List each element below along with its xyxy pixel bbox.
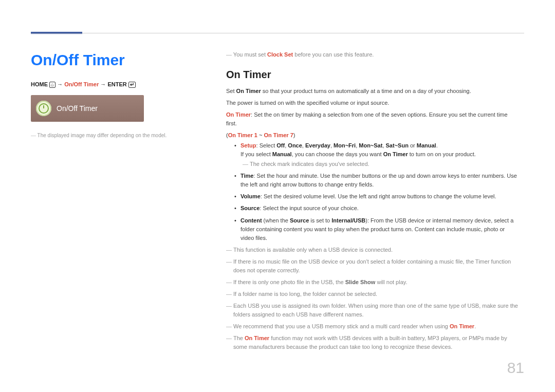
opt-time: Time: Set the hour and minute. Use the n… [234, 172, 519, 189]
cwa: (when the [262, 217, 290, 223]
n7b: function may not work with USB devices w… [233, 335, 507, 350]
content-internal: Internal/USB [331, 217, 365, 223]
timer-icon-inner [39, 103, 49, 114]
p-end: . [436, 142, 438, 148]
time-text: : Set the hour and minute. Use the numbe… [240, 173, 517, 188]
options-list: Setup: Select Off, Once, Everyday, Mon~F… [226, 141, 519, 242]
volume-label: Volume [240, 193, 261, 199]
n1: This function is available only when a U… [226, 246, 519, 254]
setup-sub: The check mark indicates days you've sel… [243, 160, 519, 169]
source-label: Source [240, 205, 260, 211]
p2: The power is turned on with the specifie… [226, 99, 519, 107]
p1-emph: On Timer [236, 88, 261, 94]
n7-emph: On Timer [245, 335, 269, 341]
range-mid: ~ [257, 132, 264, 138]
volume-text: : Set the desired volume level. Use the … [261, 193, 496, 199]
n3: If there is only one photo file in the U… [226, 278, 519, 287]
p3-text: : Set the on timer by making a selection… [226, 111, 508, 126]
manual-page: On/Off Timer HOME ⌂ → On/Off Timer → ENT… [0, 0, 555, 392]
thumbnail-label: On/Off Timer [57, 104, 98, 113]
n6a: We recommend that you use a USB memory s… [233, 323, 450, 329]
section-title: On Timer [226, 69, 519, 81]
usb-notes: This function is available only when a U… [226, 246, 519, 351]
opt-once: Once [288, 142, 302, 148]
opt-off: Off [276, 142, 285, 148]
setup-label: Setup [240, 142, 256, 148]
n3-emph: Slide Show [345, 279, 376, 285]
home-icon: ⌂ [49, 82, 55, 88]
p1-a: Set [226, 88, 236, 94]
sl2a: If you select [240, 151, 272, 157]
bc-enter: ENTER [107, 81, 126, 87]
n6: We recommend that you use a USB memory s… [226, 322, 519, 331]
note-emph: Clock Set [267, 51, 293, 58]
n2: If there is no music file on the USB dev… [226, 257, 519, 275]
bc-home: HOME [31, 81, 48, 87]
note-text-a: You must set [233, 51, 267, 58]
p1-b: so that your product turns on automatica… [261, 88, 471, 94]
opt-setup: Setup: Select Off, Once, Everyday, Mon~F… [234, 141, 519, 169]
content-label: Content [240, 217, 262, 223]
opt-monfri: Mon~Fri [334, 142, 356, 148]
right-column: You must set Clock Set before you can us… [226, 51, 524, 354]
setup-sel: : Select [256, 142, 277, 148]
n7: The On Timer function may not work with … [226, 334, 519, 351]
n6-emph: On Timer [450, 323, 474, 329]
top-rule [31, 33, 524, 33]
bc-arrow1: → [57, 81, 63, 87]
n7a: The [233, 335, 245, 341]
timer-range: (On Timer 1 ~ On Timer 7) [226, 132, 519, 138]
opt-every: Everyday [305, 142, 330, 148]
n6b: . [474, 323, 476, 329]
content-columns: On/Off Timer HOME ⌂ → On/Off Timer → ENT… [31, 51, 524, 354]
bc-path: On/Off Timer [64, 81, 99, 87]
time-label: Time [240, 173, 253, 179]
source-text: : Select the input source of your choice… [260, 205, 359, 211]
timer-icon [36, 101, 51, 116]
opt-satsun: Sat~Sun [386, 142, 409, 148]
model-disclaimer: The displayed image may differ depending… [31, 132, 206, 139]
opt-monsat: Mon~Sat [359, 142, 382, 148]
n4: If a folder name is too long, the folder… [226, 290, 519, 298]
opt-content: Content (when the Source is set to Inter… [234, 216, 519, 242]
bc-arrow2: → [100, 81, 106, 87]
sl2-ontimer: On Timer [383, 151, 408, 157]
page-number: 81 [507, 359, 524, 377]
sl2b: , you can choose the days you want [292, 151, 383, 157]
breadcrumb: HOME ⌂ → On/Off Timer → ENTER ↵ [31, 81, 206, 88]
page-title: On/Off Timer [31, 51, 206, 69]
clockset-note: You must set Clock Set before you can us… [226, 51, 519, 58]
content-src: Source [290, 217, 309, 223]
enter-icon: ↵ [128, 82, 136, 88]
range-b: On Timer 7 [264, 132, 293, 138]
left-column: On/Off Timer HOME ⌂ → On/Off Timer → ENT… [31, 51, 206, 354]
cwb: is set to [309, 217, 331, 223]
menu-thumbnail: On/Off Timer [31, 95, 144, 122]
opt-volume: Volume: Set the desired volume level. Us… [234, 192, 519, 201]
sl2c: to turn on on your product. [408, 151, 476, 157]
opt-manual: Manual [417, 142, 436, 148]
p1: Set On Timer so that your product turns … [226, 87, 519, 96]
n3a: If there is only one photo file in the U… [233, 279, 345, 285]
n5: Each USB you use is assigned its own fol… [226, 302, 519, 319]
n3b: will not play. [375, 279, 407, 285]
sl2-manual: Manual [272, 151, 292, 157]
paren-b: ) [293, 132, 295, 138]
note-text-b: before you can use this feature. [293, 51, 374, 58]
opt-source: Source: Select the input source of your … [234, 204, 519, 213]
p3: On Timer: Set the on timer by making a s… [226, 110, 519, 128]
setup-subnote: The check mark indicates days you've sel… [240, 160, 519, 169]
opt-or: or [409, 142, 417, 148]
range-a: On Timer 1 [228, 132, 257, 138]
p3-label: On Timer [226, 111, 251, 118]
